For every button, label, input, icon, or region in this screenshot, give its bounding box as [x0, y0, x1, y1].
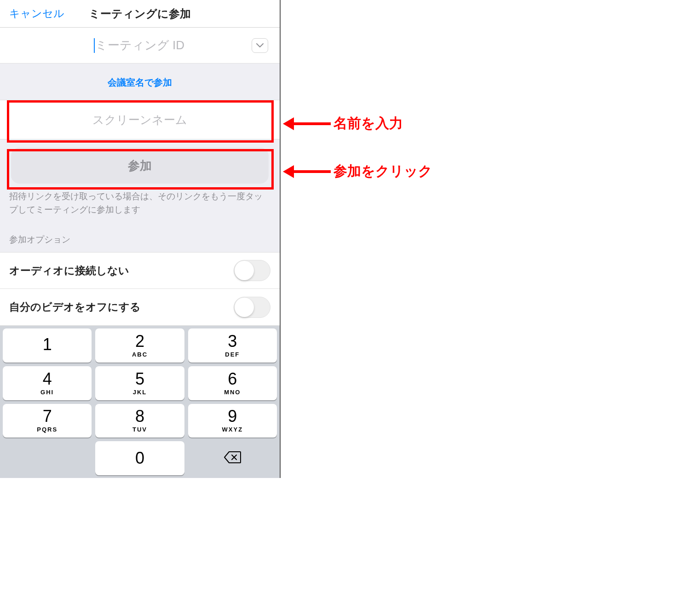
join-button[interactable]: 参加 — [11, 148, 269, 184]
meeting-history-dropdown[interactable] — [252, 38, 268, 53]
option-audio-off: オーディオに接続しない — [0, 252, 280, 289]
cancel-button[interactable]: キャンセル — [9, 6, 64, 21]
callout-text: 名前を入力 — [334, 114, 403, 133]
video-off-toggle[interactable] — [234, 297, 270, 318]
backspace-icon — [224, 451, 241, 466]
meeting-id-row[interactable]: ミーティング ID — [0, 28, 280, 63]
key-backspace[interactable] — [188, 441, 277, 475]
arrow-head-icon — [283, 117, 294, 130]
invite-hint-text: 招待リンクを受け取っている場合は、そのリンクをもう一度タップしてミーティングに参… — [0, 184, 280, 216]
callout-join: 参加をクリック — [283, 162, 432, 181]
arrow-shaft — [294, 122, 331, 125]
option-label: 自分のビデオをオフにする — [9, 300, 141, 314]
key-7[interactable]: 7PQRS — [3, 404, 92, 438]
text-caret — [94, 38, 95, 53]
join-by-room-name-link[interactable]: 会議室名で参加 — [0, 63, 280, 100]
page-title: ミーティングに参加 — [89, 6, 191, 21]
key-4[interactable]: 4GHI — [3, 366, 92, 400]
chevron-down-icon — [256, 41, 264, 50]
screen-name-input[interactable]: スクリーンネーム — [0, 112, 280, 127]
form-section: 会議室名で参加 スクリーンネーム 参加 招待リンクを受け取っている場合は、そのリ… — [0, 63, 280, 252]
navbar: キャンセル ミーティングに参加 — [0, 0, 280, 28]
key-3[interactable]: 3DEF — [188, 328, 277, 363]
phone-frame: キャンセル ミーティングに参加 ミーティング ID 会議室名で参加 スクリーンネ… — [0, 0, 281, 478]
callout-text: 参加をクリック — [334, 162, 432, 181]
key-6[interactable]: 6MNO — [188, 366, 277, 400]
toggle-knob — [235, 261, 254, 280]
key-2[interactable]: 2ABC — [95, 328, 184, 363]
key-1[interactable]: 1 — [3, 328, 92, 363]
option-video-off: 自分のビデオをオフにする — [0, 289, 280, 326]
arrow-head-icon — [283, 165, 294, 178]
options-header: 参加オプション — [0, 216, 280, 252]
numeric-keyboard: 1 2ABC 3DEF 4GHI 5JKL 6MNO 7PQRS 8TUV 9W… — [0, 326, 280, 478]
key-9[interactable]: 9WXYZ — [188, 404, 277, 438]
callout-name: 名前を入力 — [283, 114, 403, 133]
arrow-shaft — [294, 170, 331, 173]
key-8[interactable]: 8TUV — [95, 404, 184, 438]
key-0[interactable]: 0 — [95, 441, 184, 475]
audio-off-toggle[interactable] — [234, 260, 270, 281]
key-5[interactable]: 5JKL — [95, 366, 184, 400]
screen-name-row[interactable]: スクリーンネーム — [0, 100, 280, 139]
meeting-id-input[interactable]: ミーティング ID — [95, 38, 184, 52]
key-blank — [3, 441, 92, 475]
option-label: オーディオに接続しない — [9, 264, 129, 278]
toggle-knob — [235, 298, 254, 317]
